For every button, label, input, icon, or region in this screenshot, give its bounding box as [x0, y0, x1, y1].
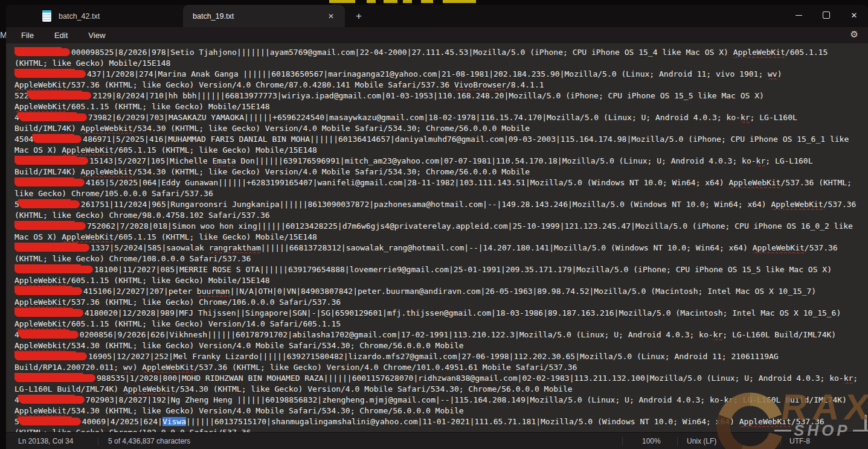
redaction-scribble — [19, 396, 85, 404]
editor-line: 4504486971|5/2025|416|MUHAMMAD FARIS DAN… — [14, 134, 863, 145]
status-bar: Ln 20138, Col 34 5 of 4,436,837 characte… — [6, 432, 868, 449]
minimize-button[interactable] — [785, 5, 812, 25]
text-run: Mac OS X) — [14, 145, 62, 154]
menu-edit[interactable]: Edit — [47, 29, 76, 42]
text-run: /537.36 (KHTML; like Gecko) Chrome/106.0… — [66, 298, 341, 307]
background-yellow-dash — [367, 0, 376, 3]
editor-line: Build/RP1A.200720.011; wv) AppleWebKit/5… — [14, 362, 863, 373]
misspelled-word: AppleWebKit — [62, 232, 114, 241]
text-run: /537.36 (KHTML; — [781, 178, 852, 187]
editor-line: LG-L160L Build/IML74K) AppleWebkit/534.3… — [14, 384, 863, 395]
background-yellow-dash — [421, 0, 433, 3]
text-run: 15143|5/2027|105|Michelle — [89, 156, 213, 165]
editor-line: 1337|5/2024|585|saowalak rangraktham||||… — [14, 243, 863, 253]
text-run: /534.30 (KHTML; like Gecko) Version/4.0 … — [133, 124, 530, 133]
redaction-scribble — [19, 113, 87, 121]
editor-line: 415106|2/2027|207|peter buurman||N/A|OTH… — [14, 286, 863, 297]
misspelled-word: AppleWebKit — [142, 363, 194, 372]
text-run: Build/IML74K) — [14, 167, 81, 176]
misspelled-word: AppleWebKit — [771, 200, 823, 209]
settings-gear-icon[interactable]: ⚙ — [850, 29, 858, 40]
tab-batch-19[interactable]: batch_19.txt ✕ — [183, 5, 345, 27]
menu-file[interactable]: File — [13, 29, 42, 42]
text-editor-area[interactable]: 000098525|8/2026|978|Setio Tjahjono|||||… — [6, 43, 868, 432]
editor-line: 473982|6/2029|703|MASAKAZU YAMAOKA||||||… — [14, 112, 863, 123]
new-tab-button[interactable]: + — [349, 5, 369, 27]
text-run: /605.1.15 (KHTML; like Gecko) Mobile/15E… — [114, 232, 317, 241]
text-run: /534.30 (KHTML; like Gecko) Version/4.0 … — [133, 167, 530, 176]
text-run: 437|1/2028|274|Marina Anak Ganga ||||||6… — [87, 69, 768, 78]
misspelled-word: AppleWebkit — [81, 124, 133, 133]
text-run: (KHTML; like Gecko) Chrome/98.0.4758.102… — [14, 211, 270, 220]
text-run: like Gecko) Chrome/105.0.0.0 Safari/537.… — [14, 189, 213, 198]
redaction-scribble — [14, 179, 85, 186]
redaction-scribble — [14, 70, 86, 78]
text-run: 000098525|8/2026|978|Setio Tjahjono|||||… — [71, 48, 733, 57]
text-run: 16905|12/2027|252|Mel Franky Lizardo||||… — [88, 352, 779, 361]
menu-bar: File Edit View ⚙ — [6, 27, 868, 43]
misspelled-word: VivoBrowser — [454, 80, 506, 89]
editor-line: Build/IML74K) AppleWebkit/534.30 (KHTML;… — [14, 123, 863, 134]
maximize-button[interactable] — [812, 5, 840, 25]
editor-line: Build/IML74K) AppleWebkit/534.30 (KHTML;… — [14, 167, 863, 177]
scrollbar-thumb[interactable] — [864, 415, 867, 430]
titlebar[interactable]: batch_42.txt batch_19.txt ✕ + ✕ — [6, 5, 868, 27]
editor-line: 4180020|12/2028|989|MFJ Thijssen||Singap… — [14, 308, 863, 319]
redaction-scribble — [14, 222, 86, 230]
misspelled-word: AppleWebkit — [81, 167, 133, 176]
notepad-document-icon — [42, 10, 51, 22]
misspelled-word: AppleWebKit — [739, 417, 791, 426]
editor-line: AppleWebKit/537.36 (KHTML; like Gecko) C… — [14, 297, 863, 308]
misspelled-word: AppleWebKit — [728, 178, 780, 187]
encoding: UTF-8 — [781, 433, 868, 449]
editor-line: 4702903|8/2027|192|Ng Zheng Heng ||||||6… — [14, 395, 863, 406]
close-button[interactable]: ✕ — [840, 5, 868, 25]
close-tab-icon[interactable]: ✕ — [323, 9, 339, 24]
text-run: ; — [853, 374, 858, 383]
text-run: 415106|2/2027|207|peter — [83, 287, 197, 296]
text-run: (KHTML; like Gecko) Chrome/108.0.0.0 Saf… — [14, 254, 251, 263]
editor-line: 5222129|8/2024|710|hh bbh||||||668139777… — [14, 91, 863, 101]
text-run: /534.30 (KHTML; like Gecko) Version/4.0 … — [66, 341, 463, 350]
misspelled-word: wv — [768, 69, 777, 78]
text-run: /537.36 — [791, 417, 825, 426]
editor-line: 15143|5/2027|105|Michelle Emata Don|||||… — [14, 156, 863, 167]
text-run: 486971|5/2025|416|MUHAMMAD FARIS DANIAL … — [83, 135, 849, 144]
misspelled-word: kr — [844, 374, 854, 383]
zoom-level: 100% — [623, 433, 677, 449]
misspelled-word: kr — [713, 330, 723, 339]
text-run: /534.30 (KHTML; like Gecko) Version/4.0 … — [175, 384, 572, 393]
menu-view[interactable]: View — [80, 29, 113, 42]
editor-line: 18100|11/2027|085|MERRIE ROSE S OTA|||||… — [14, 264, 863, 275]
editor-line: Mac OS X) AppleWebKit/605.1.15 (KHTML; l… — [14, 232, 863, 243]
editor-line: AppleWebKit/605.1.15 (KHTML; like Gecko)… — [14, 101, 863, 112]
text-run: ||N/A|OTH|0|VN|84903807842|peter.buurman… — [230, 287, 817, 296]
text-run: (KHTML; like Gecko) Chrome/102.0.0.0 Saf… — [14, 428, 251, 432]
editor-line: AppleWebKit/537.36 (KHTML; like Gecko) V… — [14, 80, 863, 91]
editor-line: AppleWebkit/534.30 (KHTML; like Gecko) V… — [14, 406, 863, 416]
selected-text: Viswa — [162, 417, 186, 426]
text-run: /537.36 — [805, 243, 838, 252]
text-run: 4165|5/2025|064|Eddy Gunawan||||||+62831… — [86, 178, 728, 187]
text-run: 0200856|9/2026|626|Vikhnesh||||||6017879… — [80, 330, 713, 339]
line-ending-type: Unix (LF) — [678, 433, 780, 449]
text-run: 4504 — [14, 135, 33, 144]
text-run: ; LG-L160L — [765, 156, 812, 165]
editor-line: 5261751|11/2024|965|Rungaroonsri Jungkan… — [14, 199, 863, 210]
text-run: /8.4.1.1 — [506, 80, 544, 89]
misspelled-word: AppleWebKit — [14, 298, 66, 307]
cursor-position: Ln 20138, Col 34 — [6, 433, 98, 449]
text-run: 261751|11/2024|965|Rungaroonsri Jungkani… — [81, 200, 771, 209]
editor-line: 000098525|8/2026|978|Setio Tjahjono|||||… — [14, 47, 863, 58]
misspelled-word: AppleWebKit — [14, 102, 66, 111]
editor-line: like Gecko) Chrome/105.0.0.0 Safari/537.… — [14, 188, 863, 199]
tab-batch-42[interactable]: batch_42.txt — [6, 5, 175, 27]
editor-line: 16905|12/2027|252|Mel Franky Lizardo||||… — [14, 351, 863, 362]
misspelled-word: wv — [123, 363, 133, 372]
editor-line: (KHTML; like Gecko) Mobile/15E148 — [14, 58, 863, 69]
text-run: Build/IML74K) — [14, 124, 81, 133]
text-run: /605.1.15 (KHTML; like Gecko) Mobile/15E… — [114, 145, 317, 154]
editor-line: 752062|7/2028|018|Simon woo hon xing||||… — [14, 221, 863, 232]
text-run: ; LG-L160L — [750, 113, 797, 122]
misspelled-word: AppleWebkit — [14, 406, 66, 415]
